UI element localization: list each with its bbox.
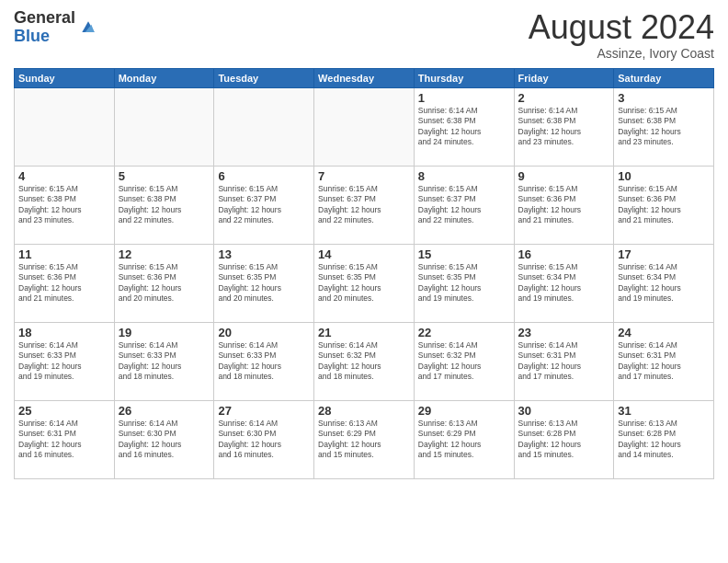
day-cell: 22Sunrise: 6:14 AM Sunset: 6:32 PM Dayli… <box>414 322 514 400</box>
day-cell: 27Sunrise: 6:14 AM Sunset: 6:30 PM Dayli… <box>214 400 314 478</box>
location: Assinze, Ivory Coast <box>529 46 714 61</box>
day-info: Sunrise: 6:13 AM Sunset: 6:29 PM Dayligh… <box>418 419 510 461</box>
day-cell: 14Sunrise: 6:15 AM Sunset: 6:35 PM Dayli… <box>314 244 415 322</box>
day-number: 4 <box>18 169 110 183</box>
day-info: Sunrise: 6:15 AM Sunset: 6:35 PM Dayligh… <box>418 262 510 304</box>
day-cell: 1Sunrise: 6:14 AM Sunset: 6:38 PM Daylig… <box>414 87 514 166</box>
day-info: Sunrise: 6:15 AM Sunset: 6:35 PM Dayligh… <box>318 262 410 304</box>
day-cell: 12Sunrise: 6:15 AM Sunset: 6:36 PM Dayli… <box>114 244 214 322</box>
logo-general: General <box>14 8 75 27</box>
logo-icon <box>79 18 97 37</box>
day-number: 18 <box>18 326 110 339</box>
day-number: 13 <box>218 247 310 261</box>
day-number: 27 <box>218 404 310 418</box>
day-cell: 4Sunrise: 6:15 AM Sunset: 6:38 PM Daylig… <box>15 166 115 244</box>
day-number: 9 <box>518 169 610 183</box>
week-row-4: 25Sunrise: 6:14 AM Sunset: 6:31 PM Dayli… <box>15 400 714 478</box>
logo-text: General Blue <box>14 9 75 46</box>
day-number: 8 <box>418 169 510 183</box>
day-number: 11 <box>18 247 110 261</box>
day-info: Sunrise: 6:15 AM Sunset: 6:38 PM Dayligh… <box>618 106 710 148</box>
day-info: Sunrise: 6:15 AM Sunset: 6:38 PM Dayligh… <box>18 184 110 226</box>
day-info: Sunrise: 6:15 AM Sunset: 6:37 PM Dayligh… <box>218 184 310 226</box>
day-info: Sunrise: 6:13 AM Sunset: 6:28 PM Dayligh… <box>618 419 710 461</box>
day-cell: 15Sunrise: 6:15 AM Sunset: 6:35 PM Dayli… <box>414 244 514 322</box>
day-info: Sunrise: 6:14 AM Sunset: 6:32 PM Dayligh… <box>318 340 410 383</box>
calendar-header: Sunday Monday Tuesday Wednesday Thursday… <box>15 68 714 87</box>
day-cell: 13Sunrise: 6:15 AM Sunset: 6:35 PM Dayli… <box>214 244 314 322</box>
day-info: Sunrise: 6:14 AM Sunset: 6:38 PM Dayligh… <box>518 106 610 148</box>
day-info: Sunrise: 6:14 AM Sunset: 6:31 PM Dayligh… <box>18 419 110 461</box>
day-number: 12 <box>119 247 210 261</box>
day-cell: 28Sunrise: 6:13 AM Sunset: 6:29 PM Dayli… <box>314 400 415 478</box>
day-cell: 17Sunrise: 6:14 AM Sunset: 6:34 PM Dayli… <box>614 244 714 322</box>
day-cell: 6Sunrise: 6:15 AM Sunset: 6:37 PM Daylig… <box>214 166 314 244</box>
day-number: 6 <box>218 169 310 183</box>
month-title: August 2024 <box>529 9 714 46</box>
day-info: Sunrise: 6:14 AM Sunset: 6:31 PM Dayligh… <box>618 340 710 383</box>
day-cell: 20Sunrise: 6:14 AM Sunset: 6:33 PM Dayli… <box>214 322 314 400</box>
day-number: 23 <box>518 326 610 339</box>
day-info: Sunrise: 6:15 AM Sunset: 6:38 PM Dayligh… <box>119 184 210 226</box>
day-number: 22 <box>418 326 510 339</box>
day-info: Sunrise: 6:13 AM Sunset: 6:29 PM Dayligh… <box>318 419 410 461</box>
day-info: Sunrise: 6:14 AM Sunset: 6:33 PM Dayligh… <box>119 340 210 383</box>
day-cell: 19Sunrise: 6:14 AM Sunset: 6:33 PM Dayli… <box>114 322 214 400</box>
day-cell: 8Sunrise: 6:15 AM Sunset: 6:37 PM Daylig… <box>414 166 514 244</box>
calendar-body: 1Sunrise: 6:14 AM Sunset: 6:38 PM Daylig… <box>15 87 714 478</box>
day-cell: 10Sunrise: 6:15 AM Sunset: 6:36 PM Dayli… <box>614 166 714 244</box>
day-number: 30 <box>518 404 610 418</box>
day-info: Sunrise: 6:15 AM Sunset: 6:34 PM Dayligh… <box>518 262 610 304</box>
day-cell <box>114 87 214 166</box>
week-row-3: 18Sunrise: 6:14 AM Sunset: 6:33 PM Dayli… <box>15 322 714 400</box>
day-cell: 7Sunrise: 6:15 AM Sunset: 6:37 PM Daylig… <box>314 166 415 244</box>
header-monday: Monday <box>114 68 214 87</box>
header-wednesday: Wednesday <box>314 68 415 87</box>
day-info: Sunrise: 6:14 AM Sunset: 6:30 PM Dayligh… <box>218 419 310 461</box>
day-number: 28 <box>318 404 410 418</box>
day-number: 21 <box>318 326 410 339</box>
day-cell: 5Sunrise: 6:15 AM Sunset: 6:38 PM Daylig… <box>114 166 214 244</box>
day-info: Sunrise: 6:15 AM Sunset: 6:37 PM Dayligh… <box>418 184 510 226</box>
day-cell: 30Sunrise: 6:13 AM Sunset: 6:28 PM Dayli… <box>514 400 614 478</box>
day-info: Sunrise: 6:14 AM Sunset: 6:32 PM Dayligh… <box>418 340 510 383</box>
day-number: 17 <box>618 247 710 261</box>
day-cell: 16Sunrise: 6:15 AM Sunset: 6:34 PM Dayli… <box>514 244 614 322</box>
day-number: 1 <box>418 91 510 105</box>
day-number: 7 <box>318 169 410 183</box>
day-cell <box>314 87 415 166</box>
day-info: Sunrise: 6:15 AM Sunset: 6:36 PM Dayligh… <box>119 262 210 304</box>
day-info: Sunrise: 6:14 AM Sunset: 6:33 PM Dayligh… <box>218 340 310 383</box>
day-number: 20 <box>218 326 310 339</box>
calendar-table: Sunday Monday Tuesday Wednesday Thursday… <box>14 68 714 479</box>
day-cell <box>214 87 314 166</box>
day-cell: 11Sunrise: 6:15 AM Sunset: 6:36 PM Dayli… <box>15 244 115 322</box>
day-number: 29 <box>418 404 510 418</box>
header-saturday: Saturday <box>614 68 714 87</box>
day-info: Sunrise: 6:15 AM Sunset: 6:35 PM Dayligh… <box>218 262 310 304</box>
day-cell: 3Sunrise: 6:15 AM Sunset: 6:38 PM Daylig… <box>614 87 714 166</box>
day-cell: 25Sunrise: 6:14 AM Sunset: 6:31 PM Dayli… <box>15 400 115 478</box>
day-cell <box>15 87 115 166</box>
day-number: 15 <box>418 247 510 261</box>
week-row-0: 1Sunrise: 6:14 AM Sunset: 6:38 PM Daylig… <box>15 87 714 166</box>
header: General Blue August 2024 Assinze, Ivory … <box>14 9 714 61</box>
day-number: 5 <box>119 169 210 183</box>
day-cell: 21Sunrise: 6:14 AM Sunset: 6:32 PM Dayli… <box>314 322 415 400</box>
day-number: 26 <box>119 404 210 418</box>
day-cell: 9Sunrise: 6:15 AM Sunset: 6:36 PM Daylig… <box>514 166 614 244</box>
day-cell: 24Sunrise: 6:14 AM Sunset: 6:31 PM Dayli… <box>614 322 714 400</box>
day-number: 25 <box>18 404 110 418</box>
logo-blue: Blue <box>14 27 50 45</box>
day-number: 19 <box>119 326 210 339</box>
weekday-header-row: Sunday Monday Tuesday Wednesday Thursday… <box>15 68 714 87</box>
title-block: August 2024 Assinze, Ivory Coast <box>529 9 714 61</box>
day-info: Sunrise: 6:14 AM Sunset: 6:33 PM Dayligh… <box>18 340 110 383</box>
page: General Blue August 2024 Assinze, Ivory … <box>0 0 728 563</box>
day-cell: 29Sunrise: 6:13 AM Sunset: 6:29 PM Dayli… <box>414 400 514 478</box>
day-info: Sunrise: 6:13 AM Sunset: 6:28 PM Dayligh… <box>518 419 610 461</box>
header-thursday: Thursday <box>414 68 514 87</box>
day-cell: 2Sunrise: 6:14 AM Sunset: 6:38 PM Daylig… <box>514 87 614 166</box>
day-cell: 23Sunrise: 6:14 AM Sunset: 6:31 PM Dayli… <box>514 322 614 400</box>
logo: General Blue <box>14 9 97 46</box>
